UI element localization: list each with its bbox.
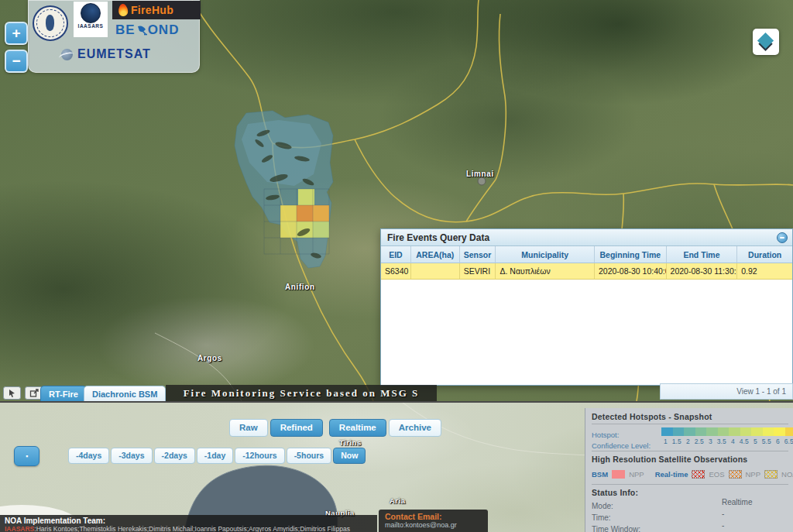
confidence-ticks: 1 1.5 2 2.5 3 3.5 4 4.5 5 5.5 6 6.5 [660,438,793,445]
tab-diachronic-bsm[interactable]: Diachronic BSM [84,386,166,401]
time-button-4days[interactable]: -4days [68,448,109,464]
time-button-12hours[interactable]: -12hours [235,448,284,464]
legend-label-bsm[interactable]: BSM [592,470,608,479]
status-row-time-window: Time Window: - [592,521,793,532]
hotspots-section-title: Detected Hotspots - Snapshot [592,412,788,424]
fire-events-panel-title: Fire Events Query Data [381,229,792,246]
lower-map[interactable]: Tirins Aria Nauplia Raw Refined Realtime… [0,401,793,532]
fire-events-panel: Fire Events Query Data EID AREA(ha) Sens… [380,228,793,386]
contact-box: Contact Email: mailto:kontoes@noa.gr [379,510,488,532]
iaasars-logo: IAASARS [74,2,108,37]
beyond-logo: BE OND [115,22,179,38]
status-section-title: Status Info: [592,484,788,497]
credits-bar: NOA Implementation Team: IAASARS:Haris K… [0,515,377,532]
column-header-beginning-time[interactable]: Beginning Time [595,246,667,263]
credits-names: :Haris Kontoes;Themistoklis Herekakis;Di… [34,525,350,532]
npp-swatch [648,470,651,479]
legend-label-npp[interactable]: NPP [629,470,644,479]
firehub-app: Limnai Anifion Argos + − IAASARS FireHub… [0,0,793,532]
globe-icon [61,49,73,60]
status-row-time: Time: - [592,510,793,520]
eos-swatch [729,470,742,479]
layer-switcher-button[interactable] [753,29,779,55]
time-button-5hours[interactable]: -5hours [287,448,332,464]
bsm-swatch [612,470,625,479]
popup-window-icon [29,389,39,398]
flame-icon [118,3,129,16]
layers-icon [757,33,774,49]
main-map[interactable]: Limnai Anifion Argos + − IAASARS FireHub… [0,0,793,401]
time-button-1day[interactable]: -1day [197,448,233,464]
panel-collapse-button[interactable] [777,232,788,243]
time-button-3days[interactable]: -3days [111,448,152,464]
npp2-swatch [764,470,778,479]
column-header-municipality[interactable]: Municipality [496,246,595,263]
confidence-gradient-bar [661,427,793,436]
map-label-tirins: Tirins [339,438,362,447]
hires-legend: BSM NPP Real-time EOS NPP NOAA [592,469,793,479]
tab-rt-fire[interactable]: RT-Fire [40,386,87,401]
zoom-out-button[interactable]: − [5,50,28,73]
mode-button-raw[interactable]: Raw [229,419,268,437]
legend-label-npp2[interactable]: NPP [746,470,761,479]
mode-button-refined[interactable]: Refined [270,419,323,437]
time-button-group: -4days -3days -2days -1day -12hours -5ho… [68,448,366,464]
collapse-toolbar-button[interactable]: ▪ [14,446,39,466]
column-header-end-time[interactable]: End Time [667,246,738,263]
time-button-2days[interactable]: -2days [154,448,195,464]
column-header-area[interactable]: AREA(ha) [411,246,460,263]
column-header-duration[interactable]: Duration [737,246,792,263]
mode-button-group: Raw Refined Realtime Archive [229,419,441,437]
zoom-in-button[interactable]: + [5,22,28,45]
column-header-sensor[interactable]: Sensor [460,246,496,263]
mode-button-archive[interactable]: Archive [389,419,441,437]
map-label-anifion: Anifion [285,283,315,291]
confidence-level-label: Confidence Level: [592,441,651,450]
noa-seal-logo [33,5,68,41]
map-label-argos: Argos [197,354,222,362]
bottom-tab-bar: RT-Fire Diachronic BSM Fire Monitoring S… [0,385,793,401]
map-label-aria: Aria [390,496,405,505]
firehub-logo: FireHub [112,1,201,19]
legend-label-realtime[interactable]: Real-time [655,470,688,479]
cursor-arrow-icon [8,389,17,398]
pointer-tool-button[interactable] [3,386,21,400]
table-header-row: EID AREA(ha) Sensor Municipality Beginni… [381,246,792,263]
info-panel: Detected Hotspots - Snapshot Hotspot: [585,408,793,532]
contact-label: Contact Email: [385,512,482,521]
contact-email-link[interactable]: mailto:kontoes@noa.gr [385,521,482,529]
eumetsat-logo: EUMETSAT [61,47,151,61]
iaasars-logo-icon [81,3,101,23]
hotspot-overlay [235,111,333,268]
realtime-swatch [692,470,705,479]
status-row-mode: Mode: Realtime [592,498,793,509]
town-marker-limnai [478,177,486,185]
legend-label-eos[interactable]: EOS [709,470,724,479]
logo-panel: IAASARS FireHub BE OND EUMETSAT [28,0,200,73]
table-row[interactable]: S6340 SEVIRI Δ. Ναυπλιέων 2020-08-30 10:… [381,263,792,280]
credits-org: IAASARS [5,525,34,532]
column-header-eid[interactable]: EID [381,246,411,263]
mode-button-realtime[interactable]: Realtime [329,419,386,437]
map-label-limnai: Limnai [466,170,494,178]
legend-label-noaa[interactable]: NOAA [781,470,793,479]
time-button-now[interactable]: Now [333,448,366,464]
service-banner: Fire Monitoring Service based on MSG S [166,385,437,401]
hires-section-title: High Resolution Satellite Observations [592,451,788,464]
satellite-dish-icon [136,24,148,36]
